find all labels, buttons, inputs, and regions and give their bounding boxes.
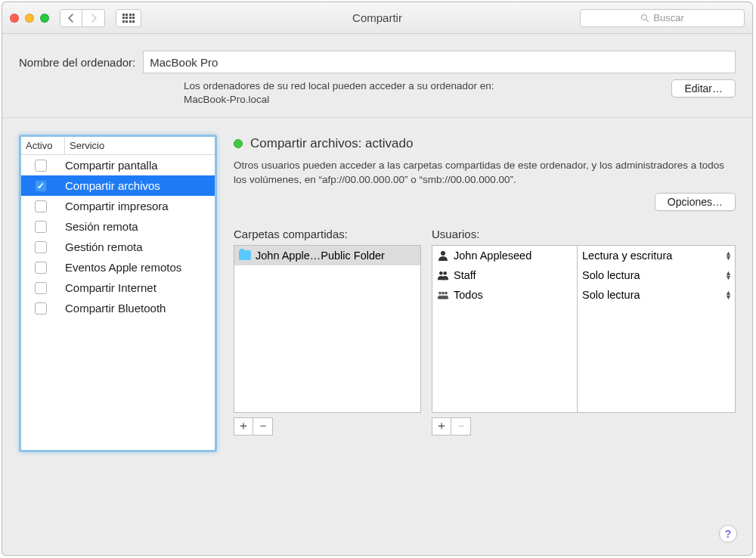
service-label: Compartir pantalla	[65, 159, 158, 172]
user-row[interactable]: Todos	[432, 285, 577, 305]
services-header-service: Servicio	[65, 137, 215, 154]
svg-point-4	[443, 271, 447, 275]
users-column: Usuarios: John AppleseedStaffTodos Lectu…	[432, 228, 736, 436]
help-button[interactable]: ?	[719, 525, 737, 543]
service-row[interactable]: Compartir pantalla	[21, 155, 215, 175]
search-placeholder: Buscar	[653, 12, 683, 23]
permission-row[interactable]: Lectura y escritura▲▼	[578, 246, 735, 265]
service-row[interactable]: Compartir archivos	[21, 175, 215, 196]
service-label: Gestión remota	[65, 240, 143, 253]
service-label: Compartir impresora	[65, 200, 169, 212]
service-checkbox[interactable]	[35, 180, 47, 192]
users-list[interactable]: John AppleseedStaffTodos	[432, 245, 577, 413]
chevron-right-icon	[90, 14, 98, 23]
permission-label: Lectura y escritura	[582, 250, 672, 262]
computer-name-section: Nombre del ordenador: Los ordenadores de…	[2, 34, 752, 118]
remove-user-button[interactable]: －	[451, 417, 471, 436]
users-label: Usuarios:	[432, 228, 736, 240]
close-icon[interactable]	[10, 14, 19, 23]
status-title: Compartir archivos: activado	[250, 136, 413, 151]
zoom-icon[interactable]	[40, 14, 49, 23]
add-user-button[interactable]: ＋	[432, 417, 451, 436]
service-label: Compartir Bluetooth	[65, 302, 166, 315]
service-checkbox[interactable]	[35, 200, 47, 212]
service-checkbox[interactable]	[35, 160, 47, 172]
svg-line-1	[646, 19, 649, 21]
stepper-icon[interactable]: ▲▼	[725, 251, 732, 260]
service-row[interactable]: Eventos Apple remotos	[21, 257, 215, 277]
search-icon	[640, 14, 649, 23]
service-row[interactable]: Compartir Internet	[21, 277, 215, 298]
user-row[interactable]: John Appleseed	[432, 246, 577, 265]
user-icon	[437, 250, 449, 261]
users-icon	[437, 270, 449, 281]
service-label: Sesión remota	[65, 220, 138, 233]
edit-button[interactable]: Editar…	[671, 79, 736, 98]
shared-folders-list[interactable]: John Apple…Public Folder	[234, 245, 421, 413]
stepper-icon[interactable]: ▲▼	[725, 271, 732, 280]
stepper-icon[interactable]: ▲▼	[725, 290, 732, 299]
folder-name: John Apple…Public Folder	[256, 250, 385, 262]
services-header: Activo Servicio	[21, 137, 215, 155]
services-header-active: Activo	[21, 137, 65, 154]
remove-folder-button[interactable]: －	[253, 417, 273, 436]
user-name: Staff	[454, 269, 476, 281]
computer-name-label: Nombre del ordenador:	[19, 56, 135, 69]
nav-buttons	[60, 9, 105, 27]
permission-label: Solo lectura	[582, 269, 640, 281]
computer-name-description: Los ordenadores de su red local pueden a…	[184, 79, 661, 107]
permission-label: Solo lectura	[582, 289, 640, 301]
service-checkbox[interactable]	[35, 302, 47, 315]
detail-panel: Compartir archivos: activado Otros usuar…	[234, 135, 736, 435]
user-name: Todos	[454, 289, 483, 301]
svg-point-6	[442, 292, 445, 295]
service-label: Compartir Internet	[65, 281, 156, 294]
permission-row[interactable]: Solo lectura▲▼	[578, 265, 735, 285]
services-list[interactable]: Activo Servicio Compartir pantallaCompar…	[19, 135, 217, 452]
service-row[interactable]: Compartir impresora	[21, 196, 215, 216]
permissions-list[interactable]: Lectura y escritura▲▼Solo lectura▲▼Solo …	[577, 245, 736, 413]
folder-row[interactable]: John Apple…Public Folder	[234, 246, 420, 265]
service-label: Compartir archivos	[65, 179, 160, 192]
status-description: Otros usuarios pueden acceder a las carp…	[234, 159, 736, 186]
minimize-icon[interactable]	[25, 14, 34, 23]
window-controls	[10, 14, 49, 23]
back-button[interactable]	[60, 9, 82, 27]
service-row[interactable]: Sesión remota	[21, 216, 215, 237]
svg-point-5	[438, 292, 442, 295]
shared-folders-column: Carpetas compartidas: John Apple…Public …	[234, 228, 421, 436]
sharing-preferences-window: Compartir Buscar Nombre del ordenador: L…	[2, 2, 753, 556]
computer-name-field[interactable]	[143, 51, 736, 73]
options-button[interactable]: Opciones…	[655, 193, 736, 211]
grid-icon	[122, 14, 135, 23]
titlebar: Compartir Buscar	[2, 2, 752, 34]
user-row[interactable]: Staff	[432, 265, 577, 285]
search-input[interactable]: Buscar	[580, 9, 745, 27]
service-checkbox[interactable]	[35, 282, 47, 294]
add-folder-button[interactable]: ＋	[234, 417, 253, 436]
service-row[interactable]: Compartir Bluetooth	[21, 298, 215, 318]
shared-folders-label: Carpetas compartidas:	[234, 228, 421, 240]
service-label: Eventos Apple remotos	[65, 261, 181, 274]
main-area: Activo Servicio Compartir pantallaCompar…	[2, 118, 752, 555]
everyone-icon	[437, 290, 449, 300]
service-checkbox[interactable]	[35, 262, 47, 274]
service-checkbox[interactable]	[35, 241, 47, 253]
service-row[interactable]: Gestión remota	[21, 237, 215, 257]
chevron-left-icon	[67, 14, 75, 23]
show-all-button[interactable]	[116, 9, 141, 27]
svg-point-3	[439, 271, 443, 275]
forward-button[interactable]	[82, 9, 105, 27]
folder-icon	[239, 250, 251, 260]
svg-point-2	[441, 251, 445, 256]
service-checkbox[interactable]	[35, 221, 47, 233]
svg-point-7	[445, 292, 448, 295]
permission-row[interactable]: Solo lectura▲▼	[578, 285, 735, 305]
user-name: John Appleseed	[454, 250, 531, 262]
status-dot-icon	[234, 139, 243, 148]
